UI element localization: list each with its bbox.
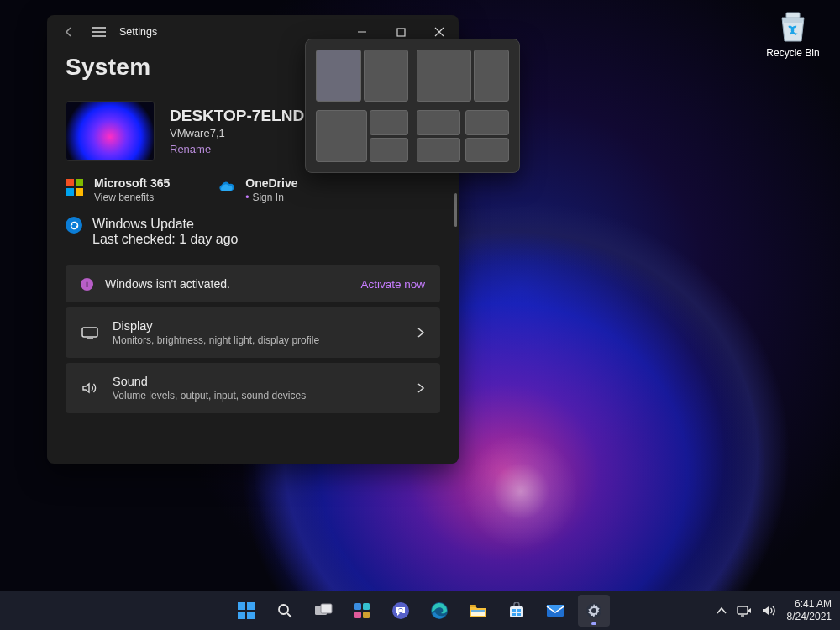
svg-rect-29 bbox=[517, 613, 521, 616]
svg-rect-22 bbox=[470, 605, 476, 607]
svg-point-32 bbox=[591, 608, 596, 613]
snap-layout-thirds[interactable] bbox=[316, 110, 408, 162]
start-button[interactable] bbox=[230, 595, 262, 627]
svg-rect-2 bbox=[66, 179, 74, 186]
settings-taskbar-icon[interactable] bbox=[578, 595, 610, 627]
device-model: VMware7,1 bbox=[170, 127, 320, 139]
m365-title: Microsoft 365 bbox=[94, 176, 170, 190]
store-taskbar-icon[interactable] bbox=[501, 595, 533, 627]
recycle-bin-label: Recycle Bin bbox=[761, 47, 825, 59]
svg-rect-28 bbox=[512, 613, 516, 616]
recycle-bin-desktop-icon[interactable]: Recycle Bin bbox=[761, 8, 825, 59]
microsoft-365-icon bbox=[66, 178, 84, 197]
activate-now-link[interactable]: Activate now bbox=[360, 278, 425, 291]
svg-rect-10 bbox=[247, 612, 255, 619]
display-settings-row[interactable]: Display Monitors, brightness, night ligh… bbox=[66, 307, 440, 358]
activation-text: Windows isn't activated. bbox=[105, 277, 230, 291]
sound-title: Sound bbox=[113, 375, 403, 388]
window-title: Settings bbox=[119, 26, 157, 38]
hamburger-menu-button[interactable] bbox=[84, 15, 114, 49]
svg-rect-8 bbox=[247, 602, 255, 610]
device-wallpaper-thumbnail[interactable] bbox=[66, 101, 155, 161]
svg-rect-5 bbox=[76, 188, 83, 196]
sound-desc: Volume levels, output, input, sound devi… bbox=[113, 390, 403, 402]
search-button[interactable] bbox=[269, 595, 301, 627]
taskbar-time: 6:41 AM bbox=[787, 598, 832, 611]
windows-update-tile[interactable]: Windows Update Last checked: 1 day ago bbox=[66, 217, 440, 247]
info-icon: i bbox=[81, 278, 93, 291]
mail-taskbar-icon[interactable] bbox=[539, 595, 571, 627]
back-button[interactable] bbox=[54, 15, 84, 49]
svg-rect-13 bbox=[321, 604, 332, 613]
svg-rect-24 bbox=[471, 610, 485, 612]
m365-sub: View benefits bbox=[94, 192, 170, 203]
svg-rect-4 bbox=[66, 188, 74, 196]
sound-icon bbox=[81, 381, 99, 395]
snap-layout-quarters[interactable] bbox=[417, 110, 509, 162]
onedrive-icon bbox=[217, 178, 235, 197]
widgets-button[interactable] bbox=[346, 595, 378, 627]
svg-rect-1 bbox=[397, 29, 405, 36]
display-desc: Monitors, brightness, night light, displ… bbox=[113, 334, 403, 346]
snap-layouts-flyout bbox=[305, 39, 520, 173]
recycle-bin-icon bbox=[775, 8, 811, 44]
svg-rect-27 bbox=[517, 609, 521, 612]
chat-button[interactable] bbox=[385, 595, 417, 627]
update-sub: Last checked: 1 day ago bbox=[92, 232, 238, 247]
chevron-right-icon bbox=[417, 327, 425, 339]
taskbar: 6:41 AM 8/24/2021 bbox=[0, 591, 840, 630]
svg-rect-20 bbox=[398, 609, 403, 612]
volume-tray-icon[interactable] bbox=[762, 605, 777, 617]
onedrive-sub: Sign In bbox=[252, 192, 283, 203]
activation-banner[interactable]: i Windows isn't activated. Activate now bbox=[66, 265, 440, 302]
svg-rect-6 bbox=[82, 328, 97, 337]
update-title: Windows Update bbox=[92, 217, 238, 232]
svg-rect-17 bbox=[363, 612, 370, 618]
onedrive-tile[interactable]: OneDrive •Sign In bbox=[217, 176, 297, 203]
microsoft-365-tile[interactable]: Microsoft 365 View benefits bbox=[66, 176, 170, 203]
svg-point-11 bbox=[279, 605, 288, 614]
svg-rect-9 bbox=[238, 612, 245, 619]
sound-settings-row[interactable]: Sound Volume levels, output, input, soun… bbox=[66, 363, 440, 413]
snap-layout-two-thirds[interactable] bbox=[417, 50, 509, 102]
taskbar-date: 8/24/2021 bbox=[787, 611, 832, 623]
snap-layout-half-half[interactable] bbox=[316, 50, 408, 102]
system-tray: 6:41 AM 8/24/2021 bbox=[717, 598, 832, 623]
svg-rect-26 bbox=[512, 609, 516, 612]
svg-rect-14 bbox=[354, 603, 361, 610]
svg-rect-0 bbox=[786, 13, 800, 18]
rename-device-link[interactable]: Rename bbox=[170, 143, 320, 155]
svg-rect-25 bbox=[510, 606, 523, 617]
network-tray-icon[interactable] bbox=[737, 605, 752, 617]
svg-rect-3 bbox=[76, 179, 83, 186]
scrollbar-thumb[interactable] bbox=[454, 193, 457, 227]
tray-overflow-button[interactable] bbox=[717, 606, 727, 615]
edge-taskbar-icon[interactable] bbox=[423, 595, 455, 627]
svg-rect-7 bbox=[238, 602, 245, 610]
windows-update-icon bbox=[66, 217, 82, 234]
display-icon bbox=[81, 326, 99, 339]
onedrive-title: OneDrive bbox=[245, 176, 297, 190]
display-title: Display bbox=[113, 319, 403, 333]
file-explorer-taskbar-icon[interactable] bbox=[462, 595, 494, 627]
chevron-right-icon bbox=[417, 382, 425, 394]
svg-rect-33 bbox=[738, 606, 748, 614]
task-view-button[interactable] bbox=[307, 595, 339, 627]
svg-rect-16 bbox=[354, 612, 361, 618]
svg-rect-15 bbox=[363, 603, 370, 610]
device-name: DESKTOP-7ELNDNI bbox=[170, 107, 320, 125]
taskbar-clock[interactable]: 6:41 AM 8/24/2021 bbox=[787, 598, 832, 623]
